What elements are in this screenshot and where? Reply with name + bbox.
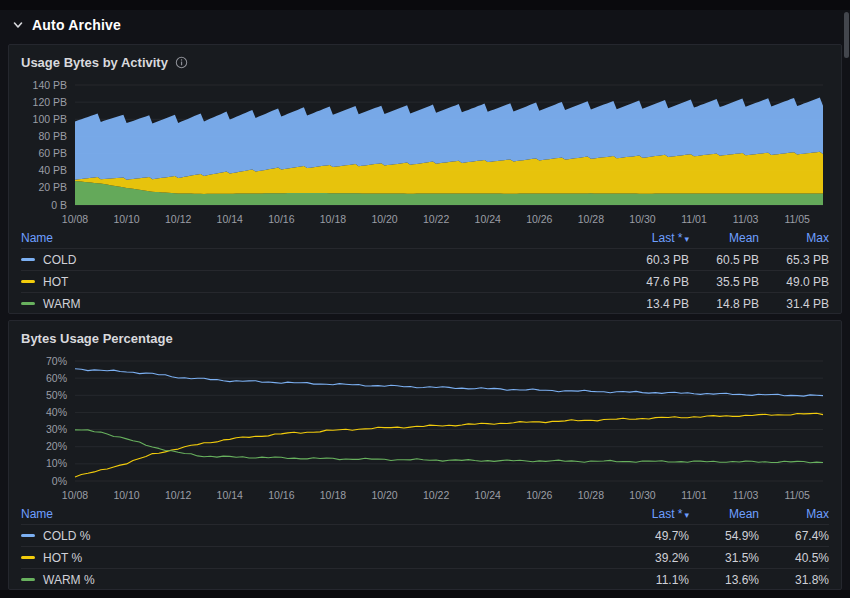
last-value: 11.1% xyxy=(597,573,689,587)
x-axis-tick-label: 11/03 xyxy=(733,213,759,225)
column-header-mean[interactable]: Mean xyxy=(689,507,759,521)
y-axis-tick-label: 10% xyxy=(46,457,67,469)
y-axis-tick-label: 80 PB xyxy=(38,130,67,142)
max-value: 49.0 PB xyxy=(759,275,829,289)
section-title: Auto Archive xyxy=(32,17,121,33)
series-name-label: HOT xyxy=(43,275,68,289)
legend-table-percentage: NameLast *▾MeanMaxCOLD %49.7%54.9%67.4%H… xyxy=(21,503,829,590)
legend-row-warm[interactable]: WARM13.4 PB14.8 PB31.4 PB xyxy=(21,292,829,314)
series-color-marker xyxy=(21,258,35,261)
series-name-cell: HOT xyxy=(21,275,597,289)
x-axis-tick-label: 11/03 xyxy=(733,489,759,501)
x-axis-tick-label: 10/18 xyxy=(320,213,346,225)
x-axis-tick-label: 10/24 xyxy=(475,213,501,225)
y-axis-tick-label: 0% xyxy=(52,475,67,487)
max-value: 31.8% xyxy=(759,573,829,587)
legend-row-cold[interactable]: COLD60.3 PB60.5 PB65.3 PB xyxy=(21,248,829,270)
max-value: 31.4 PB xyxy=(759,297,829,311)
y-axis-tick-label: 100 PB xyxy=(33,113,67,125)
last-value: 60.3 PB xyxy=(597,253,689,267)
x-axis-tick-label: 10/16 xyxy=(268,489,294,501)
series-color-marker xyxy=(21,556,35,559)
y-axis-tick-label: 120 PB xyxy=(33,96,67,108)
x-axis-tick-label: 11/05 xyxy=(784,213,810,225)
y-axis-tick-label: 140 PB xyxy=(33,79,67,91)
x-axis-tick-label: 10/16 xyxy=(268,213,294,225)
mean-value: 35.5 PB xyxy=(689,275,759,289)
x-axis-tick-label: 10/20 xyxy=(371,489,397,501)
x-axis-tick-label: 10/18 xyxy=(320,489,346,501)
last-value: 47.6 PB xyxy=(597,275,689,289)
mean-value: 14.8 PB xyxy=(689,297,759,311)
section-header-auto-archive[interactable]: Auto Archive xyxy=(12,12,121,38)
series-name-label: COLD xyxy=(43,253,76,267)
x-axis-tick-label: 10/22 xyxy=(423,213,449,225)
last-value: 49.7% xyxy=(597,529,689,543)
series-color-marker xyxy=(21,302,35,305)
x-axis-tick-label: 10/26 xyxy=(526,213,552,225)
y-axis-tick-label: 40% xyxy=(46,406,67,418)
x-axis-tick-label: 10/26 xyxy=(526,489,552,501)
legend-row-warm-[interactable]: WARM %11.1%13.6%31.8% xyxy=(21,568,829,590)
x-axis-tick-label: 10/10 xyxy=(113,213,139,225)
max-value: 67.4% xyxy=(759,529,829,543)
y-axis-tick-label: 40 PB xyxy=(38,164,67,176)
x-axis-tick-label: 11/01 xyxy=(681,213,707,225)
info-icon[interactable] xyxy=(175,56,188,69)
series-color-marker xyxy=(21,578,35,581)
x-axis-tick-label: 10/12 xyxy=(165,489,191,501)
mean-value: 60.5 PB xyxy=(689,253,759,267)
legend-table-bytes: NameLast *▾MeanMaxCOLD60.3 PB60.5 PB65.3… xyxy=(21,227,829,314)
panel-usage-bytes-by-activity: Usage Bytes by Activity 0 B20 PB40 PB60 … xyxy=(8,44,842,314)
x-axis-tick-label: 10/14 xyxy=(217,213,243,225)
column-header-max[interactable]: Max xyxy=(759,231,829,245)
x-axis-tick-label: 10/08 xyxy=(62,213,88,225)
column-header-name[interactable]: Name xyxy=(21,231,597,245)
legend-header-row: NameLast *▾MeanMax xyxy=(21,227,829,248)
column-header-mean[interactable]: Mean xyxy=(689,231,759,245)
panel-header: Usage Bytes by Activity xyxy=(21,45,829,77)
y-axis-tick-label: 60 PB xyxy=(38,147,67,159)
legend-row-hot-[interactable]: HOT %39.2%31.5%40.5% xyxy=(21,546,829,568)
x-axis-tick-label: 10/24 xyxy=(475,489,501,501)
column-header-name[interactable]: Name xyxy=(21,507,597,521)
scrollbar-thumb[interactable] xyxy=(844,12,849,58)
chevron-down-icon xyxy=(12,19,24,31)
last-value: 39.2% xyxy=(597,551,689,565)
bottom-letterbox xyxy=(0,590,850,598)
column-header-last-sorted[interactable]: Last *▾ xyxy=(597,507,689,521)
x-axis-tick-label: 10/20 xyxy=(371,213,397,225)
x-axis-tick-label: 10/12 xyxy=(165,213,191,225)
x-axis-tick-label: 10/08 xyxy=(62,489,88,501)
x-axis-tick-label: 10/28 xyxy=(578,489,604,501)
series-color-marker xyxy=(21,280,35,283)
panel-header: Bytes Usage Percentage xyxy=(21,321,829,353)
column-header-last-sorted[interactable]: Last *▾ xyxy=(597,231,689,245)
x-axis-tick-label: 10/22 xyxy=(423,489,449,501)
legend-row-cold-[interactable]: COLD %49.7%54.9%67.4% xyxy=(21,524,829,546)
y-axis-tick-label: 50% xyxy=(46,389,67,401)
x-axis-tick-label: 10/28 xyxy=(578,213,604,225)
series-name-label: COLD % xyxy=(43,529,90,543)
series-name-label: WARM % xyxy=(43,573,95,587)
y-axis-tick-label: 0 B xyxy=(51,199,67,211)
series-name-label: HOT % xyxy=(43,551,82,565)
series-name-cell: COLD xyxy=(21,253,597,267)
top-letterbox xyxy=(0,0,850,10)
panel-title[interactable]: Usage Bytes by Activity xyxy=(21,55,168,70)
column-header-max[interactable]: Max xyxy=(759,507,829,521)
percentage-line-chart[interactable]: 0%10%20%30%40%50%60%70%10/0810/1010/1210… xyxy=(21,353,829,503)
panel-title[interactable]: Bytes Usage Percentage xyxy=(21,331,173,346)
series-name-cell: WARM % xyxy=(21,573,597,587)
legend-row-hot[interactable]: HOT47.6 PB35.5 PB49.0 PB xyxy=(21,270,829,292)
series-name-cell: COLD % xyxy=(21,529,597,543)
series-name-cell: HOT % xyxy=(21,551,597,565)
panel-bytes-usage-percentage: Bytes Usage Percentage 0%10%20%30%40%50%… xyxy=(8,320,842,590)
x-axis-tick-label: 11/05 xyxy=(784,489,810,501)
stacked-area-chart[interactable]: 0 B20 PB40 PB60 PB80 PB100 PB120 PB140 P… xyxy=(21,77,829,227)
max-value: 40.5% xyxy=(759,551,829,565)
x-axis-tick-label: 11/01 xyxy=(681,489,707,501)
y-axis-tick-label: 20 PB xyxy=(38,181,67,193)
mean-value: 54.9% xyxy=(689,529,759,543)
mean-value: 31.5% xyxy=(689,551,759,565)
